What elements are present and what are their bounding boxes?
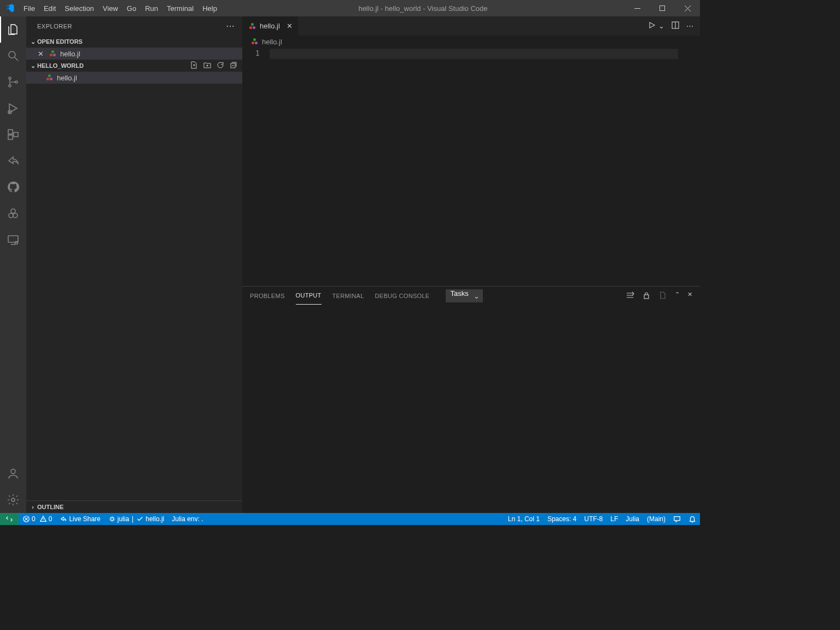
- open-editor-item[interactable]: ✕ hello.jl: [26, 48, 242, 60]
- menu-run[interactable]: Run: [141, 0, 162, 16]
- activity-extensions[interactable]: [0, 121, 26, 148]
- status-warnings[interactable]: 0: [39, 513, 56, 525]
- open-log-icon[interactable]: [658, 291, 667, 301]
- sidebar-title-label: EXPLORER: [37, 23, 72, 30]
- status-bar: 0 0 Live Share julia | hello.jl Julia en…: [0, 513, 700, 525]
- activity-bar: [0, 16, 26, 513]
- status-encoding[interactable]: UTF-8: [580, 513, 606, 525]
- svg-rect-6: [8, 130, 13, 134]
- status-remote[interactable]: [0, 513, 19, 525]
- julia-file-icon: [250, 37, 259, 46]
- cursor-line: [270, 49, 678, 59]
- maximize-button[interactable]: [650, 0, 675, 16]
- svg-rect-0: [660, 5, 664, 10]
- new-file-icon[interactable]: [190, 61, 199, 71]
- lock-icon[interactable]: [642, 291, 651, 301]
- line-number: 1: [242, 49, 260, 57]
- status-cursor[interactable]: Ln 1, Col 1: [504, 513, 544, 525]
- chevron-up-icon[interactable]: ⌃: [675, 291, 680, 301]
- run-dropdown-icon[interactable]: ⌄: [658, 22, 664, 30]
- svg-point-13: [15, 242, 18, 244]
- julia-file-icon: [48, 49, 57, 58]
- svg-rect-18: [644, 295, 649, 299]
- svg-point-14: [11, 469, 15, 474]
- close-icon[interactable]: ✕: [36, 50, 45, 58]
- vscode-logo-icon: [0, 3, 19, 13]
- activity-search[interactable]: [0, 43, 26, 69]
- refresh-icon[interactable]: [216, 61, 225, 71]
- menu-help[interactable]: Help: [198, 0, 221, 16]
- status-live-share[interactable]: Live Share: [56, 513, 104, 525]
- activity-julia-icon[interactable]: [0, 200, 26, 226]
- tab-hello-jl[interactable]: hello.jl ✕: [242, 16, 299, 36]
- activity-run-debug[interactable]: [0, 95, 26, 121]
- status-julia[interactable]: julia | hello.jl: [104, 513, 168, 525]
- menu-terminal[interactable]: Terminal: [162, 0, 198, 16]
- status-julia-env[interactable]: Julia env: .: [168, 513, 207, 525]
- outline-label: OUTLINE: [37, 504, 63, 510]
- new-folder-icon[interactable]: [203, 61, 212, 71]
- activity-github-icon[interactable]: [0, 174, 26, 200]
- panel-tab-terminal[interactable]: TERMINAL: [332, 287, 364, 305]
- menu-edit[interactable]: Edit: [39, 0, 60, 16]
- chevron-right-icon: ›: [28, 504, 37, 510]
- status-language[interactable]: Julia: [622, 513, 643, 525]
- status-julia-label: julia: [118, 515, 129, 523]
- activity-remote-icon[interactable]: [0, 226, 26, 253]
- minimize-button[interactable]: [625, 0, 650, 16]
- breadcrumb-label: hello.jl: [262, 38, 282, 46]
- chevron-down-icon: ⌄: [28, 38, 37, 45]
- split-editor-icon[interactable]: [671, 21, 680, 31]
- panel-channel-select[interactable]: Tasks ⌄: [446, 289, 482, 302]
- status-indent[interactable]: Spaces: 4: [544, 513, 580, 525]
- svg-point-11: [11, 209, 15, 213]
- sidebar-title: EXPLORER ⋯: [26, 16, 242, 36]
- status-bell-icon[interactable]: [685, 513, 700, 525]
- status-live-share-label: Live Share: [69, 515, 100, 523]
- panel-tabs: PROBLEMS OUTPUT TERMINAL DEBUG CONSOLE T…: [242, 287, 700, 305]
- status-checked-file: hello.jl: [145, 515, 164, 523]
- activity-share-icon[interactable]: [0, 148, 26, 174]
- titlebar: File Edit Selection View Go Run Terminal…: [0, 0, 700, 16]
- activity-account[interactable]: [0, 460, 26, 487]
- open-editors-header[interactable]: ⌄ OPEN EDITORS: [26, 36, 242, 48]
- activity-source-control[interactable]: [0, 69, 26, 95]
- chevron-down-icon: ⌄: [474, 292, 480, 300]
- file-item[interactable]: hello.jl: [26, 72, 242, 84]
- svg-point-9: [9, 213, 13, 218]
- menu-file[interactable]: File: [19, 0, 39, 16]
- sidebar-more-icon[interactable]: ⋯: [226, 21, 236, 31]
- status-feedback-icon[interactable]: [669, 513, 685, 525]
- svg-rect-8: [14, 132, 18, 137]
- window-title: hello.jl - hello_world - Visual Studio C…: [221, 4, 625, 13]
- svg-point-2: [9, 77, 11, 79]
- menu-view[interactable]: View: [98, 0, 122, 16]
- svg-point-3: [9, 85, 11, 87]
- status-eol[interactable]: LF: [606, 513, 622, 525]
- close-panel-icon[interactable]: ✕: [687, 291, 692, 301]
- panel-tab-problems[interactable]: PROBLEMS: [250, 287, 285, 305]
- menu-go[interactable]: Go: [122, 0, 141, 16]
- run-button[interactable]: [648, 21, 656, 31]
- activity-explorer[interactable]: [0, 16, 26, 43]
- panel-tab-output[interactable]: OUTPUT: [296, 287, 322, 305]
- text-editor[interactable]: 1: [242, 48, 700, 286]
- status-errors[interactable]: 0: [19, 513, 39, 525]
- outline-header[interactable]: › OUTLINE: [26, 501, 242, 513]
- code-area[interactable]: [270, 48, 700, 286]
- collapse-all-icon[interactable]: [229, 61, 238, 71]
- close-button[interactable]: [675, 0, 700, 16]
- tab-label: hello.jl: [260, 22, 280, 30]
- breadcrumb[interactable]: hello.jl: [242, 36, 700, 48]
- folder-name-label: HELLO_WORLD: [37, 62, 84, 69]
- more-icon[interactable]: ⋯: [686, 22, 693, 30]
- status-branch[interactable]: (Main): [643, 513, 669, 525]
- julia-file-icon: [248, 22, 256, 31]
- activity-settings[interactable]: [0, 487, 26, 513]
- status-errors-count: 0: [32, 515, 36, 523]
- clear-output-icon[interactable]: [626, 291, 634, 301]
- folder-header[interactable]: ⌄ HELLO_WORLD: [26, 60, 242, 72]
- menu-selection[interactable]: Selection: [60, 0, 98, 16]
- close-icon[interactable]: ✕: [287, 22, 293, 30]
- panel-tab-debug-console[interactable]: DEBUG CONSOLE: [375, 287, 430, 305]
